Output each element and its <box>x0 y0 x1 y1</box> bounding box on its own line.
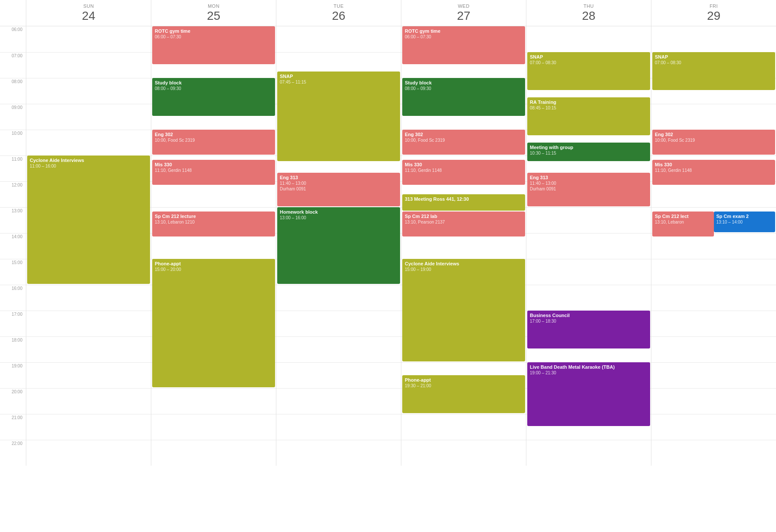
event-title: Homework block <box>280 209 397 215</box>
event-time: 10:30 – 11:15 <box>530 150 648 156</box>
event-time: 13:10, Lebaron 1210 <box>155 219 272 225</box>
event-title: Eng 302 <box>655 131 773 137</box>
time-slot-1000: 10:00 <box>0 130 26 156</box>
header-row: SUN 24 MON 25 TUE 26 WED 27 THU 28 FRI 2… <box>0 0 776 26</box>
event-time: 10:00, Food Sc 2319 <box>405 137 523 143</box>
day-name: FRI <box>651 3 776 9</box>
event-title: Live Band Death Metal Karaoke (TBA) <box>530 364 648 370</box>
day-column-2: SNAP07:45 – 11:15Eng 31311:40 – 13:00 Du… <box>276 26 401 466</box>
time-slot-1500: 15:00 <box>0 259 26 285</box>
event-title: Cyclone Aide Interviews <box>30 157 147 163</box>
event-wed-phone[interactable]: Phone-appt19:30 – 21:00 <box>402 375 525 413</box>
event-thu-business[interactable]: Business Council17:00 – 18:30 <box>527 311 650 348</box>
day-column-3: ROTC gym time06:00 – 07:30Study block08:… <box>401 26 526 466</box>
event-wed-rotc[interactable]: ROTC gym time06:00 – 07:30 <box>402 26 525 64</box>
event-time: 19:00 – 21:30 <box>530 370 648 376</box>
hour-cell <box>26 52 151 78</box>
hour-cell <box>26 362 151 388</box>
day-column-4: SNAP07:00 – 08:30RA Training08:45 – 10:1… <box>526 26 651 466</box>
event-mon-rotc[interactable]: ROTC gym time06:00 – 07:30 <box>152 26 275 64</box>
event-time: 06:00 – 07:30 <box>155 34 272 40</box>
event-wed-mis330[interactable]: Mis 33011:10, Gerdin 1148 <box>402 160 525 185</box>
event-time: 10:00, Food Sc 2319 <box>155 137 272 143</box>
event-mon-phone[interactable]: Phone-appt15:00 – 20:00 <box>152 259 275 387</box>
day-column-0: Cyclone Aide Interviews11:00 – 16:00 <box>26 26 151 466</box>
event-title: SNAP <box>655 54 773 60</box>
hour-cell <box>26 26 151 52</box>
event-title: Mis 330 <box>405 162 523 168</box>
time-slot-1200: 12:00 <box>0 181 26 207</box>
event-wed-spcmlab[interactable]: Sp Cm 212 lab13:10, Pearson 2137 <box>402 212 525 236</box>
event-tue-snap[interactable]: SNAP07:45 – 11:15 <box>277 72 400 161</box>
day-header-tue: TUE 26 <box>276 0 401 26</box>
hour-cell <box>151 233 276 259</box>
event-time: 13:00 – 16:00 <box>280 215 397 221</box>
time-slot-1900: 19:00 <box>0 362 26 388</box>
event-wed-313meeting[interactable]: 313 Meeting Ross 441, 12:30 <box>402 194 525 211</box>
event-title: SNAP <box>280 73 397 79</box>
event-title: Business Council <box>530 312 648 318</box>
time-slot-1400: 14:00 <box>0 233 26 259</box>
event-tue-eng313[interactable]: Eng 31311:40 – 13:00 Durham 0091 <box>277 173 400 206</box>
days-grid: Cyclone Aide Interviews11:00 – 16:00ROTC… <box>26 26 776 466</box>
event-fri-eng302[interactable]: Eng 30210:00, Food Sc 2319 <box>652 130 775 155</box>
event-mon-study[interactable]: Study block08:00 – 09:30 <box>152 78 275 116</box>
hour-cell <box>651 414 776 440</box>
event-time: 13:10, Pearson 2137 <box>405 219 523 225</box>
event-mon-spcm[interactable]: Sp Cm 212 lecture13:10, Lebaron 1210 <box>152 212 275 236</box>
hour-cell <box>526 207 651 233</box>
day-number: 28 <box>526 9 651 23</box>
event-wed-study[interactable]: Study block08:00 – 09:30 <box>402 78 525 116</box>
day-header-fri: FRI 29 <box>651 0 776 26</box>
time-slot-0900: 09:00 <box>0 104 26 130</box>
event-title: Eng 313 <box>280 174 397 180</box>
event-time: 08:00 – 09:30 <box>155 86 272 91</box>
day-number: 25 <box>151 9 276 23</box>
hour-cell <box>651 311 776 336</box>
hour-cell <box>526 440 651 466</box>
time-column: 06:0007:0008:0009:0010:0011:0012:0013:00… <box>0 26 26 466</box>
time-slot-0800: 08:00 <box>0 78 26 104</box>
hour-cell <box>526 285 651 311</box>
event-thu-liveband[interactable]: Live Band Death Metal Karaoke (TBA)19:00… <box>527 362 650 426</box>
event-time: 13:10 – 14:00 <box>717 219 773 225</box>
hour-cell <box>526 233 651 259</box>
hour-cell <box>401 233 526 259</box>
event-fri-snap[interactable]: SNAP07:00 – 08:30 <box>652 52 775 90</box>
event-wed-cyclone[interactable]: Cyclone Aide Interviews15:00 – 19:00 <box>402 259 525 361</box>
event-thu-meeting[interactable]: Meeting with group10:30 – 11:15 <box>527 143 650 161</box>
time-slot-2000: 20:00 <box>0 388 26 414</box>
hour-cell <box>651 362 776 388</box>
event-mon-eng302[interactable]: Eng 30210:00, Food Sc 2319 <box>152 130 275 155</box>
hour-cell <box>276 311 401 336</box>
event-time: 11:40 – 13:00 Durham 0091 <box>530 180 648 192</box>
time-slot-1800: 18:00 <box>0 336 26 362</box>
event-thu-eng313[interactable]: Eng 31311:40 – 13:00 Durham 0091 <box>527 173 650 206</box>
hour-cell <box>651 285 776 311</box>
event-thu-snap[interactable]: SNAP07:00 – 08:30 <box>527 52 650 90</box>
calendar-body: 06:0007:0008:0009:0010:0011:0012:0013:00… <box>0 26 776 466</box>
event-title: Phone-appt <box>155 261 272 267</box>
event-sun-cyclone[interactable]: Cyclone Aide Interviews11:00 – 16:00 <box>27 156 150 284</box>
day-header-thu: THU 28 <box>526 0 651 26</box>
event-time: 15:00 – 19:00 <box>405 267 523 272</box>
event-mon-mis330[interactable]: Mis 33011:10, Gerdin 1148 <box>152 160 275 185</box>
hour-cell <box>26 78 151 104</box>
time-gutter-header <box>0 0 26 26</box>
event-fri-spcmlect[interactable]: Sp Cm 212 lect13:10, Lebaron <box>652 212 714 236</box>
event-fri-spcmexam[interactable]: Sp Cm exam 213:10 – 14:00 <box>714 212 776 232</box>
hour-cell <box>276 285 401 311</box>
time-slot-1300: 13:00 <box>0 207 26 233</box>
event-title: Cyclone Aide Interviews <box>405 261 523 267</box>
event-title: ROTC gym time <box>155 28 272 34</box>
time-slot-1100: 11:00 <box>0 156 26 181</box>
event-title: Mis 330 <box>155 162 272 168</box>
event-tue-hw[interactable]: Homework block13:00 – 16:00 <box>277 207 400 284</box>
calendar-container: SUN 24 MON 25 TUE 26 WED 27 THU 28 FRI 2… <box>0 0 776 532</box>
event-thu-ra[interactable]: RA Training08:45 – 10:15 <box>527 97 650 135</box>
event-fri-mis330[interactable]: Mis 33011:10, Gerdin 1148 <box>652 160 775 185</box>
event-wed-eng302[interactable]: Eng 30210:00, Food Sc 2319 <box>402 130 525 155</box>
hour-cell <box>401 414 526 440</box>
day-header-sun: SUN 24 <box>26 0 151 26</box>
event-title: Sp Cm exam 2 <box>717 213 773 219</box>
